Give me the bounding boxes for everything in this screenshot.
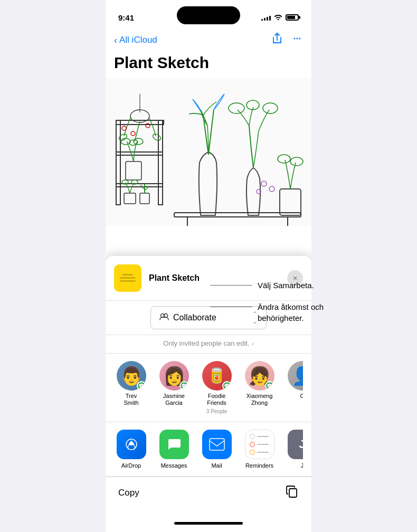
status-icons bbox=[261, 13, 299, 22]
app-name-mail: Mail bbox=[211, 462, 222, 469]
person-sub-foodie: 3 People bbox=[206, 408, 227, 414]
app-name-airdrop: AirDrop bbox=[121, 462, 141, 469]
annotation-line-2 bbox=[210, 307, 252, 307]
messages-badge-xiaomeng: 💬 bbox=[265, 381, 274, 391]
apps-section: AirDrop Messages bbox=[106, 422, 311, 477]
bottom-bar: Copy bbox=[106, 477, 311, 514]
svg-point-2 bbox=[299, 38, 301, 40]
status-time: 9:41 bbox=[118, 13, 134, 22]
svg-point-1 bbox=[294, 38, 296, 40]
back-chevron-icon: ‹ bbox=[114, 35, 117, 46]
annotation-permissions: Ändra åtkomst ochbehörigheter. bbox=[210, 301, 405, 324]
airdrop-icon bbox=[117, 430, 146, 459]
person-name-partial: C bbox=[300, 393, 303, 400]
person-xiaomeng[interactable]: 👧 💬 XiaomengZhong bbox=[242, 361, 277, 414]
mail-icon bbox=[202, 430, 232, 459]
messages-icon bbox=[159, 430, 189, 459]
nav-bar: ‹ All iCloud bbox=[106, 28, 311, 52]
svg-rect-40 bbox=[289, 489, 297, 497]
page-title: Plant Sketch bbox=[114, 54, 303, 72]
person-jasmine[interactable]: 👩 💬 JasmineGarcia bbox=[157, 361, 191, 414]
messages-badge-foodie: 💬 bbox=[222, 381, 232, 391]
annotation-collaborate: Välj Samarbeta. bbox=[210, 280, 405, 291]
signal-bars-icon bbox=[261, 14, 271, 21]
permissions-chevron-icon: › bbox=[252, 340, 254, 347]
page-title-section: Plant Sketch bbox=[106, 52, 311, 78]
doc-icon bbox=[114, 264, 141, 292]
sketch-area bbox=[106, 78, 311, 226]
person-partial[interactable]: 👤 💬 C bbox=[285, 361, 303, 414]
doc-name: Plant Sketch bbox=[149, 273, 200, 282]
person-name-xiaomeng: XiaomengZhong bbox=[247, 393, 273, 406]
collaborate-icon bbox=[159, 313, 169, 322]
svg-point-0 bbox=[297, 38, 298, 40]
copy-button[interactable]: Copy bbox=[118, 488, 139, 498]
home-bar bbox=[174, 522, 243, 525]
avatar-foodie: 🥫 💬 bbox=[202, 361, 232, 391]
person-foodie[interactable]: 🥫 💬 Foodie Friends 3 People bbox=[200, 361, 234, 414]
app-name-reminders: Reminders bbox=[245, 462, 273, 469]
app-airdrop[interactable]: AirDrop bbox=[114, 430, 148, 469]
battery-icon bbox=[286, 14, 299, 21]
annotation-area: Välj Samarbeta. Ändra åtkomst ochbehörig… bbox=[210, 280, 405, 334]
permissions-text: Only invited people can edit. bbox=[163, 339, 249, 347]
person-name-trev: TrevSmith bbox=[124, 393, 138, 406]
avatar-xiaomeng: 👧 💬 bbox=[245, 361, 274, 391]
more-button[interactable] bbox=[291, 33, 303, 48]
more-apps-icon: J bbox=[288, 430, 304, 459]
person-trev[interactable]: 👨 💬 TrevSmith bbox=[114, 361, 148, 414]
wifi-icon bbox=[274, 13, 282, 22]
dynamic-island bbox=[177, 6, 240, 24]
apps-scroll: AirDrop Messages bbox=[114, 430, 303, 469]
messages-badge-jasmine: 💬 bbox=[179, 381, 189, 391]
home-indicator bbox=[106, 514, 311, 532]
app-messages[interactable]: Messages bbox=[157, 430, 191, 469]
avatar-partial: 👤 💬 bbox=[288, 361, 304, 391]
people-scroll: 👨 💬 TrevSmith 👩 💬 bbox=[114, 361, 303, 414]
messages-badge-trev: 💬 bbox=[137, 381, 146, 391]
app-mail[interactable]: Mail bbox=[200, 430, 234, 469]
person-name-foodie: Foodie Friends bbox=[200, 393, 234, 406]
app-more[interactable]: J J bbox=[285, 430, 303, 469]
annotation-text-2: Ändra åtkomst ochbehörigheter. bbox=[252, 301, 324, 324]
share-button[interactable] bbox=[271, 33, 283, 48]
copy-icon[interactable] bbox=[285, 484, 299, 501]
annotation-text-1: Välj Samarbeta. bbox=[252, 280, 314, 291]
person-name-jasmine: JasmineGarcia bbox=[163, 393, 185, 406]
back-label: All iCloud bbox=[119, 35, 157, 45]
app-name-messages: Messages bbox=[160, 462, 187, 469]
permissions-row[interactable]: Only invited people can edit. › bbox=[106, 335, 311, 354]
avatar-trev: 👨 💬 bbox=[117, 361, 146, 391]
back-button[interactable]: ‹ All iCloud bbox=[114, 35, 157, 46]
nav-actions bbox=[271, 33, 303, 48]
app-name-more: J bbox=[301, 462, 303, 469]
people-section: 👨 💬 TrevSmith 👩 💬 bbox=[106, 354, 311, 422]
reminders-icon bbox=[245, 430, 274, 459]
annotation-line-1 bbox=[210, 285, 252, 286]
avatar-jasmine: 👩 💬 bbox=[159, 361, 189, 391]
app-reminders[interactable]: Reminders bbox=[242, 430, 277, 469]
svg-rect-39 bbox=[210, 439, 224, 450]
